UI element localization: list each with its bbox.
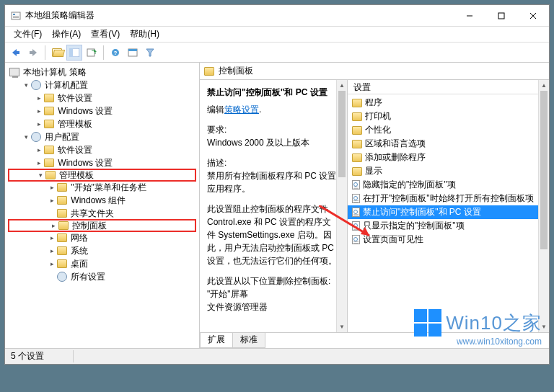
folder-icon (57, 246, 67, 255)
list-item-label: 只显示指定的"控制面板"项 (363, 220, 465, 232)
tree-item[interactable]: ▸ 管理模板 (8, 117, 196, 130)
req-value: Windows 2000 及以上版本 (207, 136, 340, 149)
list-item[interactable]: 个性化 (348, 123, 549, 137)
chevron-right-icon[interactable]: ▸ (34, 94, 44, 102)
chevron-down-icon[interactable]: ▾ (35, 172, 45, 179)
chevron-right-icon[interactable]: ▸ (34, 107, 44, 115)
list-item[interactable]: 在打开"控制面板"时始终打开所有控制面板项 (348, 192, 549, 205)
tree-item[interactable]: ▸ Windows 设置 (8, 156, 196, 169)
list-item[interactable]: 程序 (348, 96, 549, 110)
folder-icon (57, 209, 67, 218)
tree-user-config[interactable]: ▾ 用户配置 (8, 130, 196, 143)
tree-computer-config[interactable]: ▾ 计算机配置 (8, 79, 196, 92)
up-level-button[interactable] (49, 45, 65, 61)
maximize-button[interactable] (485, 6, 517, 26)
properties-button[interactable] (125, 45, 141, 61)
gear-icon (57, 272, 67, 282)
svg-rect-1 (13, 14, 15, 15)
tab-extended[interactable]: 扩展 (200, 333, 233, 348)
tree-admin-templates[interactable]: ▾ 管理模板 (8, 169, 196, 182)
tree-item[interactable]: 所有设置 (8, 270, 196, 283)
tree-item[interactable]: ▸ 软件设置 (8, 92, 196, 104)
edit-policy-link[interactable]: 策略设置 (224, 104, 259, 115)
nav-forward-button[interactable] (25, 45, 41, 61)
watermark-title: Win10之家 (446, 311, 542, 336)
filter-button[interactable] (142, 45, 158, 61)
status-text: 5 个设置 (11, 350, 74, 362)
folder-icon (57, 259, 67, 268)
minimize-button[interactable] (454, 6, 485, 26)
window-controls (454, 6, 549, 26)
chevron-right-icon[interactable]: ▸ (34, 146, 44, 153)
close-button[interactable] (517, 6, 549, 26)
menu-action[interactable]: 操作(A) (48, 27, 85, 42)
tree-item[interactable]: ▸ 系统 (8, 244, 196, 257)
tree-item[interactable]: ▸ Windows 组件 (8, 194, 196, 207)
folder-icon (57, 196, 67, 205)
titlebar: 本地组策略编辑器 (5, 5, 549, 27)
folder-icon (44, 107, 54, 115)
folder-icon (352, 153, 362, 162)
tree-control-panel[interactable]: ▸ 控制面板 (8, 219, 196, 232)
chevron-right-icon[interactable]: ▸ (34, 159, 44, 166)
show-tree-button[interactable] (66, 45, 82, 61)
tab-standard[interactable]: 标准 (232, 333, 265, 348)
list-item[interactable]: 添加或删除程序 (348, 151, 549, 164)
help-button[interactable]: ? (107, 45, 123, 61)
folder-icon (204, 67, 214, 76)
chevron-down-icon[interactable]: ▾ (21, 133, 31, 141)
list-item-label: 禁止访问"控制面板"和 PC 设置 (363, 206, 481, 218)
svg-rect-13 (69, 48, 73, 57)
watermark: Win10之家 www.win10xitong.com (414, 309, 542, 347)
list-item[interactable]: 区域和语言选项 (348, 137, 549, 151)
list-item[interactable]: 禁止访问"控制面板"和 PC 设置 (348, 205, 549, 219)
content-area: 本地计算机 策略 ▾ 计算机配置 ▸ 软件设置 ▸ Windows 设置 ▸ 管… (5, 63, 549, 348)
scrollbar[interactable]: ▲▼ (538, 80, 549, 332)
scrollbar[interactable]: ▲▼ (336, 80, 347, 332)
tree-item[interactable]: ▸ 网络 (8, 231, 196, 244)
tree-item[interactable]: 共享文件夹 (8, 207, 196, 220)
chevron-right-icon[interactable]: ▸ (47, 260, 57, 267)
list-item[interactable]: 只显示指定的"控制面板"项 (348, 219, 549, 233)
list-item[interactable]: 设置页面可见性 (348, 233, 549, 246)
folder-icon (352, 126, 362, 135)
window-title: 本地组策略编辑器 (25, 9, 454, 22)
chevron-right-icon[interactable]: ▸ (47, 247, 57, 254)
list-item[interactable]: 打印机 (348, 110, 549, 123)
column-header-settings[interactable]: 设置 (348, 80, 549, 94)
list-item-label: 区域和语言选项 (365, 138, 426, 150)
tree-item[interactable]: ▸ 软件设置 (8, 143, 196, 156)
svg-rect-5 (498, 13, 504, 19)
tree-item[interactable]: ▸ "开始"菜单和任务栏 (8, 181, 196, 194)
tree-item[interactable]: ▸ 桌面 (8, 257, 196, 270)
statusbar: 5 个设置 (5, 348, 549, 364)
policy-icon (352, 180, 360, 190)
svg-text:?: ? (114, 50, 118, 56)
chevron-down-icon[interactable]: ▾ (21, 81, 31, 89)
folder-icon (44, 159, 54, 167)
list-item[interactable]: 隐藏指定的"控制面板"项 (348, 178, 549, 192)
right-panel: 控制面板 禁止访问"控制面板"和 PC 设置 编辑策略设置. 要求: Windo… (200, 63, 549, 348)
chevron-right-icon[interactable]: ▸ (48, 222, 58, 229)
export-list-button[interactable] (84, 45, 100, 61)
policy-icon (352, 208, 360, 217)
policy-tree[interactable]: 本地计算机 策略 ▾ 计算机配置 ▸ 软件设置 ▸ Windows 设置 ▸ 管… (5, 64, 199, 285)
chevron-right-icon[interactable]: ▸ (47, 197, 57, 204)
list-item[interactable]: 显示 (348, 164, 549, 178)
nav-back-button[interactable] (8, 45, 24, 61)
folder-icon (45, 171, 56, 179)
folder-icon (352, 167, 362, 176)
req-label: 要求: (207, 123, 340, 136)
tree-item[interactable]: ▸ Windows 设置 (8, 104, 196, 117)
policy-icon (352, 235, 360, 244)
menu-file[interactable]: 文件(F) (9, 27, 46, 42)
desc-text: 文件资源管理器 (207, 300, 340, 313)
tree-root[interactable]: 本地计算机 策略 (8, 66, 196, 79)
menu-view[interactable]: 查看(V) (87, 27, 124, 42)
chevron-right-icon[interactable]: ▸ (34, 120, 44, 128)
folder-icon (352, 112, 362, 121)
tree-panel: 本地计算机 策略 ▾ 计算机配置 ▸ 软件设置 ▸ Windows 设置 ▸ 管… (5, 63, 200, 348)
menu-help[interactable]: 帮助(H) (126, 27, 164, 42)
chevron-right-icon[interactable]: ▸ (47, 234, 57, 241)
chevron-right-icon[interactable]: ▸ (47, 184, 57, 191)
